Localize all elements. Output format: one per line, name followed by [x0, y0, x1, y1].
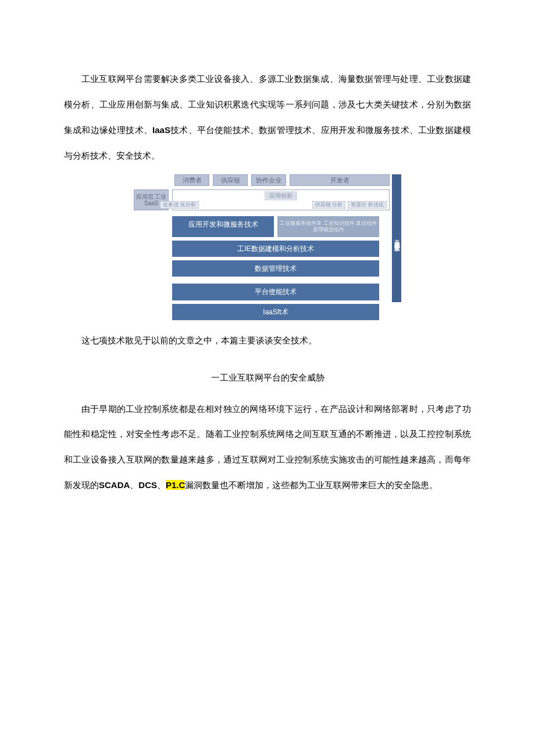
- paragraph-2: 这七项技术散见于以前的文章之中，本篇主要谈谈安全技术。: [64, 328, 471, 354]
- section-title: 一工业互联网平台的安全威胁: [64, 366, 471, 390]
- p3-bold-scada: SCADA: [99, 480, 130, 490]
- mid-box-app: 应用创新 业务优 化分析 供应链 分析 资源分 析优化: [172, 189, 390, 210]
- p3-sep1: 、: [130, 481, 138, 490]
- layer-iaas: IaaSft术: [172, 304, 379, 320]
- diagram-row-app: 应用层 工业SaaS 应用创新 业务优 化分析 供应链 分析 资源分 析优化: [134, 189, 390, 210]
- p3-text-a: 由于早期的工业控制系统都是在相对独立的网络环境下运行，在产品设计和网络部署时，只…: [64, 404, 471, 490]
- diagram-top-row: 消费者 供应链 协作企业 开发者: [174, 174, 390, 186]
- layer-data-mgmt: 数据管理技术: [172, 260, 379, 277]
- architecture-diagram: 工业互联网平台安全技术 消费者 供应链 协作企业 开发者 应用层 工业SaaS …: [134, 174, 401, 320]
- mini-box-0: 业务优 化分析: [160, 201, 199, 209]
- p2-text: 这七项技术散见于以前的文章之中，本篇主要谈谈安全技术。: [81, 336, 317, 345]
- diagram-sidebar: 工业互联网平台安全技术: [392, 174, 401, 302]
- mid-label-innovation: 应用创新: [265, 191, 297, 200]
- mini-box-1: 供应链 分析: [312, 201, 346, 209]
- mini-box-2: 资源分 析优化: [348, 201, 387, 209]
- top-box-supply: 供应链: [213, 174, 248, 186]
- p3-text-b: 漏洞数量也不断增加，这些都为工业互联网带来巨大的安全隐患。: [185, 481, 438, 490]
- diagram-layers: 应用开发和微服务技术 工业微服务组件库 工业知识组件 算法组件 原理模型组件 工…: [172, 216, 379, 320]
- paragraph-3: 由于早期的工业控制系统都是在相对独立的网络环境下运行，在产品设计和网络部署时，只…: [64, 397, 471, 499]
- p3-sep2: 、: [157, 481, 166, 490]
- top-box-collab: 协作企业: [251, 174, 286, 186]
- top-box-developer: 开发者: [290, 174, 390, 186]
- section-title-text: 一工业互联网平台的安全威胁: [211, 373, 324, 382]
- layer-data-modeling: 工IE数据建模和分析技术: [172, 241, 379, 257]
- p3-bold-dcs: DCS: [138, 480, 157, 490]
- top-box-consumer: 消费者: [174, 174, 209, 186]
- layer-microservice-lib: 工业微服务组件库 工业知识组件 算法组件 原理模型组件: [277, 216, 379, 237]
- layer-platform-enable: 平台使能技术: [172, 284, 379, 300]
- p3-highlight-p1c: P1.C: [166, 480, 185, 490]
- layer-app-dev-microservice: 应用开发和微服务技术: [172, 216, 274, 237]
- paragraph-1: 工业互联网平台需要解决多类工业设备接入、多源工业数据集成、海量数据管理与处理、工…: [64, 67, 471, 169]
- p1-bold-iaas: IaaS: [152, 125, 170, 135]
